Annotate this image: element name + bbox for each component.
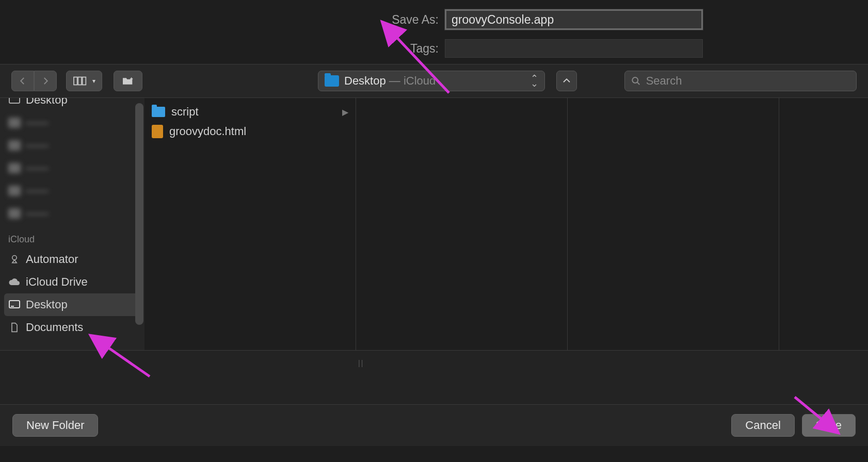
- search-input[interactable]: [646, 74, 850, 88]
- tags-label: Tags:: [165, 42, 439, 56]
- footer: New Folder Cancel Save: [0, 405, 868, 446]
- sidebar: Desktop —— —— —— —— —— iCloud Automator …: [0, 98, 144, 350]
- chevron-down-icon: ▾: [92, 77, 95, 85]
- sidebar-item-automator[interactable]: Automator: [0, 248, 144, 271]
- automator-icon: [8, 254, 21, 265]
- sidebar-item-desktop[interactable]: Desktop: [4, 293, 140, 316]
- sidebar-item-blurred[interactable]: ——: [0, 157, 144, 179]
- svg-rect-2: [83, 77, 86, 85]
- cancel-button[interactable]: Cancel: [731, 414, 794, 437]
- svg-rect-0: [74, 77, 77, 85]
- collapse-button[interactable]: [556, 71, 577, 91]
- chevron-left-icon: [18, 76, 27, 86]
- save-button[interactable]: Save: [802, 414, 856, 437]
- group-button[interactable]: [114, 71, 142, 91]
- desktop-icon: [8, 98, 21, 105]
- tags-input[interactable]: [445, 39, 703, 58]
- scrollbar-thumb[interactable]: [135, 103, 143, 325]
- blank-area: [0, 351, 868, 404]
- sidebar-item-blurred[interactable]: ——: [0, 111, 144, 134]
- chevron-up-icon: [562, 76, 571, 86]
- file-column-1: script ▶ groovydoc.html: [144, 98, 356, 350]
- file-row-html[interactable]: groovydoc.html: [144, 122, 356, 141]
- sidebar-item-documents[interactable]: Documents: [0, 316, 144, 339]
- sidebar-section-icloud: iCloud: [0, 225, 144, 248]
- documents-icon: [8, 322, 21, 333]
- chevron-right-icon: [41, 76, 50, 86]
- sidebar-item-blurred[interactable]: ——: [0, 202, 144, 225]
- sidebar-item-blurred[interactable]: ——: [0, 179, 144, 202]
- desktop-icon: [8, 300, 21, 310]
- forward-button[interactable]: [34, 71, 57, 91]
- folder-plus-icon: [121, 76, 135, 86]
- save-as-label: Save As:: [165, 13, 439, 27]
- folder-icon: [152, 107, 165, 117]
- file-column-3: [568, 98, 779, 350]
- svg-point-3: [632, 77, 638, 83]
- updown-icon: ⌃⌄: [531, 76, 538, 86]
- toolbar: ▾ Desktop — iCloud ⌃⌄: [0, 64, 868, 97]
- columns-icon: [73, 76, 90, 86]
- location-text: Desktop — iCloud: [344, 74, 436, 88]
- file-row-folder[interactable]: script ▶: [144, 102, 356, 122]
- sidebar-item-icloud-drive[interactable]: iCloud Drive: [0, 271, 144, 293]
- sidebar-item-blurred[interactable]: ——: [0, 134, 144, 157]
- search-icon: [631, 76, 641, 86]
- search-box[interactable]: [624, 71, 857, 91]
- new-folder-button[interactable]: New Folder: [12, 414, 98, 437]
- view-mode-button[interactable]: ▾: [66, 71, 102, 91]
- location-dropdown[interactable]: Desktop — iCloud ⌃⌄: [318, 71, 545, 91]
- back-button[interactable]: [11, 71, 34, 91]
- chevron-right-icon: ▶: [342, 107, 348, 117]
- html-file-icon: [152, 125, 163, 138]
- svg-rect-7: [11, 306, 14, 307]
- cloud-icon: [8, 277, 21, 287]
- file-column-2: [356, 98, 568, 350]
- svg-rect-1: [78, 77, 82, 85]
- folder-icon: [325, 75, 339, 87]
- save-as-input[interactable]: [445, 9, 703, 30]
- column-resize-handle[interactable]: ||: [358, 359, 364, 367]
- sidebar-item-desktop-fav[interactable]: Desktop: [0, 98, 144, 111]
- svg-rect-4: [9, 98, 20, 103]
- file-column-4: [779, 98, 868, 350]
